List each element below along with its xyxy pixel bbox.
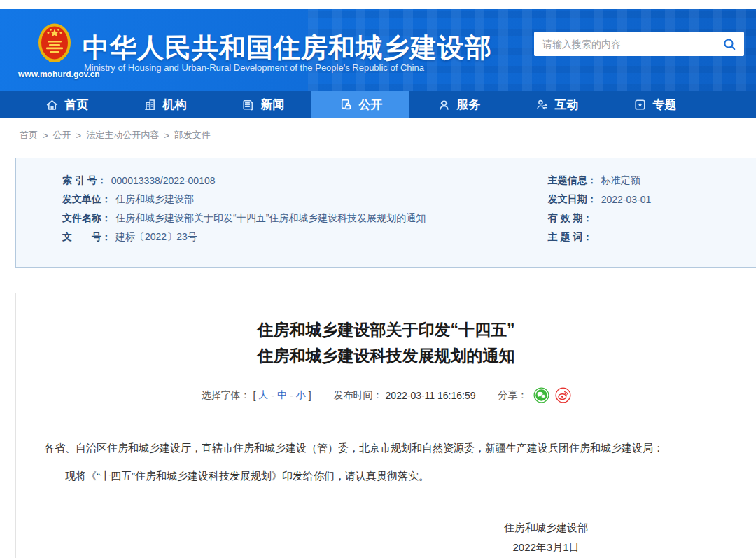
meta-row-validity-period: 有 效 期： (548, 209, 756, 228)
meta-label: 文 号： (62, 231, 111, 244)
breadcrumb-ministry-documents[interactable]: 部发文件 (174, 129, 211, 141)
article-meta-row: 选择字体： [ 大 - 中 - 小 ] 发布时间： 2022-03-11 16:… (16, 387, 756, 403)
meta-value: 标准定额 (601, 174, 640, 187)
article-panel: 住房和城乡建设部关于印发“十四五” 住房和城乡建设科技发展规划的通知 选择字体：… (15, 293, 756, 558)
font-selector-dash: - (271, 390, 274, 401)
signature-block: 住房和城乡建设部 2022年3月1日 (44, 518, 728, 557)
document-meta-panel: 索 引 号： 000013338/2022-00108 发文单位： 住房和城乡建… (15, 158, 756, 268)
main-nav: 首页 机构 新闻 (0, 91, 756, 118)
breadcrumb-separator: > (76, 130, 82, 141)
share-label: 分享： (498, 389, 528, 402)
breadcrumb-separator: > (164, 130, 169, 141)
nav-item-special-topics[interactable]: 专题 (606, 91, 704, 118)
meta-label: 主题信息： (548, 174, 597, 187)
publish-time-label: 发布时间： (334, 389, 383, 402)
search-box (534, 32, 744, 56)
meta-row-keywords: 主 题 词： (548, 228, 756, 246)
breadcrumb: 首页 > 公开 > 法定主动公开内容 > 部发文件 (20, 129, 211, 141)
meta-row-index-number: 索 引 号： 000013338/2022-00108 (62, 171, 548, 190)
site-title: 中华人民共和国住房和城乡建设部 (83, 30, 492, 66)
breadcrumb-separator: > (43, 130, 48, 141)
meta-row-document-name: 文件名称： 住房和城乡建设部关于印发“十四五”住房和城乡建设科技发展规划的通知 (62, 209, 548, 228)
nav-label: 公开 (359, 97, 383, 113)
font-selector-label: 选择字体： (201, 389, 250, 402)
nav-item-services[interactable]: 服务 (410, 91, 507, 118)
nav-label: 新闻 (261, 97, 285, 113)
meta-row-issuing-unit: 发文单位： 住房和城乡建设部 (62, 190, 548, 209)
nav-item-disclosure[interactable]: 公开 (312, 91, 410, 118)
font-selector-bracket-close: ] (309, 390, 312, 401)
font-size-small-button[interactable]: 小 (296, 389, 306, 402)
signature-organization: 住房和城乡建设部 (504, 518, 588, 538)
page: www.mohurd.gov.cn 中华人民共和国住房和城乡建设部 Minist… (0, 0, 756, 558)
breadcrumb-statutory-content[interactable]: 法定主动公开内容 (86, 129, 159, 141)
national-emblem-icon (38, 22, 71, 66)
meta-label: 索 引 号： (62, 174, 107, 187)
publish-time-value: 2022-03-11 16:16:59 (386, 390, 476, 401)
meta-value: 住房和城乡建设部 (115, 193, 194, 206)
article-paragraph: 现将《“十四五”住房和城乡建设科技发展规划》印发给你们，请认真贯彻落实。 (44, 468, 728, 484)
breadcrumb-disclosure[interactable]: 公开 (53, 129, 71, 141)
signature-date: 2022年3月1日 (504, 538, 588, 557)
font-size-large-button[interactable]: 大 (258, 389, 268, 402)
meta-label: 发文日期： (548, 193, 597, 206)
article-body: 各省、自治区住房和城乡建设厅，直辖市住房和城乡建设（管）委，北京市规划和自然资源… (16, 440, 756, 557)
meta-left-column: 索 引 号： 000013338/2022-00108 发文单位： 住房和城乡建… (62, 171, 548, 267)
weibo-icon[interactable] (555, 387, 571, 403)
nav-label: 首页 (65, 97, 89, 113)
meta-value: 000013338/2022-00108 (111, 175, 216, 186)
news-icon (241, 97, 255, 112)
meta-value: 建标〔2022〕23号 (115, 231, 197, 244)
home-icon (45, 97, 59, 112)
nav-item-interaction[interactable]: 互动 (507, 91, 606, 118)
site-header: www.mohurd.gov.cn 中华人民共和国住房和城乡建设部 Minist… (0, 9, 756, 91)
organization-icon (143, 97, 158, 112)
article-title-line2: 住房和城乡建设科技发展规划的通知 (16, 343, 756, 369)
wechat-icon[interactable] (533, 387, 550, 403)
nav-label: 专题 (653, 97, 677, 113)
site-title-english: Ministry of Housing and Urban-Rural Deve… (84, 62, 424, 73)
disclosure-icon (339, 97, 354, 112)
article-title-line1: 住房和城乡建设部关于印发“十四五” (16, 317, 756, 343)
meta-value: 2022-03-01 (601, 194, 652, 205)
font-selector-bracket-open: [ (253, 390, 255, 401)
meta-label: 有 效 期： (548, 212, 593, 225)
meta-row-document-number: 文 号： 建标〔2022〕23号 (62, 228, 548, 246)
meta-label: 文件名称： (62, 212, 111, 225)
font-size-medium-button[interactable]: 中 (277, 389, 287, 402)
meta-row-subject-info: 主题信息： 标准定额 (548, 171, 756, 190)
interaction-icon (535, 97, 550, 112)
nav-item-home[interactable]: 首页 (18, 91, 115, 118)
article-title: 住房和城乡建设部关于印发“十四五” 住房和城乡建设科技发展规划的通知 (16, 317, 756, 369)
font-selector-dash: - (290, 390, 293, 401)
special-topic-icon (633, 97, 648, 112)
nav-label: 互动 (555, 97, 579, 113)
meta-row-issue-date: 发文日期： 2022-03-01 (548, 190, 756, 209)
meta-value: 住房和城乡建设部关于印发“十四五”住房和城乡建设科技发展规划的通知 (115, 212, 426, 225)
nav-label: 机构 (163, 97, 187, 113)
service-icon (437, 97, 451, 112)
meta-right-column: 主题信息： 标准定额 发文日期： 2022-03-01 有 效 期： 主 题 词… (548, 171, 756, 267)
breadcrumb-home[interactable]: 首页 (20, 129, 38, 141)
article-paragraph: 各省、自治区住房和城乡建设厅，直辖市住房和城乡建设（管）委，北京市规划和自然资源… (44, 440, 728, 456)
nav-item-news[interactable]: 新闻 (214, 91, 312, 118)
meta-label: 发文单位： (62, 193, 111, 206)
nav-label: 服务 (457, 97, 481, 113)
search-icon[interactable] (722, 36, 737, 52)
meta-label: 主 题 词： (548, 231, 593, 244)
nav-item-organization[interactable]: 机构 (115, 91, 214, 118)
search-input[interactable] (542, 39, 722, 50)
